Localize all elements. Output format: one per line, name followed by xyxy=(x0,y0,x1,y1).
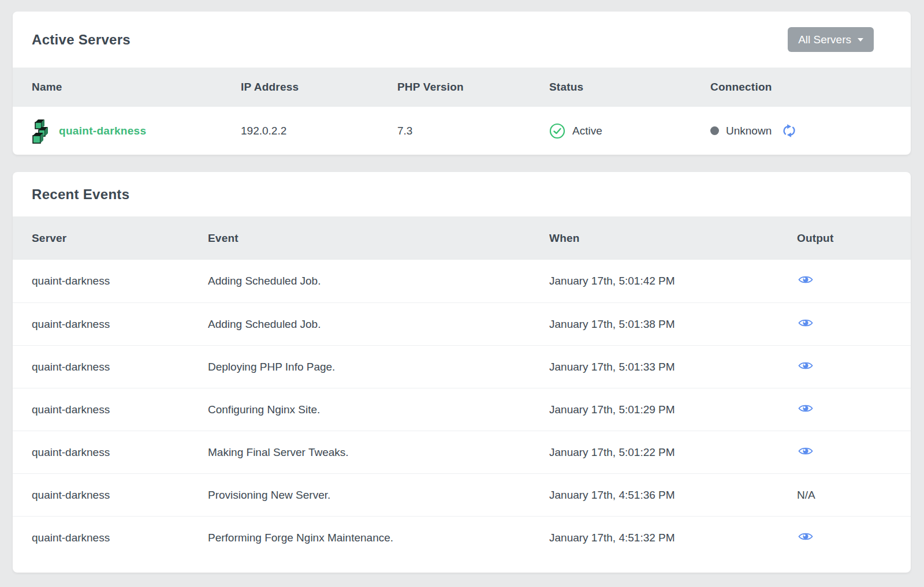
table-row: quaint-darkness Adding Scheduled Job. Ja… xyxy=(13,302,911,345)
table-row: quaint-darkness 192.0.2.2 7.3 Active Unk… xyxy=(13,107,911,155)
column-header-event: Event xyxy=(208,232,549,245)
section-title: Recent Events xyxy=(32,186,129,203)
table-row: quaint-darkness Performing Forge Nginx M… xyxy=(13,516,911,559)
event-server: quaint-darkness xyxy=(32,446,208,459)
event-description: Adding Scheduled Job. xyxy=(208,318,549,331)
event-when: January 17th, 4:51:36 PM xyxy=(549,489,797,502)
column-header-status: Status xyxy=(549,81,710,94)
event-description: Making Final Server Tweaks. xyxy=(208,446,549,459)
check-circle-icon xyxy=(549,123,565,139)
event-when: January 17th, 5:01:38 PM xyxy=(549,318,797,331)
event-when: January 17th, 5:01:22 PM xyxy=(549,446,797,459)
caret-down-icon xyxy=(858,38,863,42)
event-description: Provisioning New Server. xyxy=(208,489,549,502)
column-header-when: When xyxy=(549,232,797,245)
event-when: January 17th, 4:51:32 PM xyxy=(549,532,797,544)
table-row: quaint-darkness Deploying PHP Info Page.… xyxy=(13,345,911,388)
table-row: quaint-darkness Configuring Nginx Site. … xyxy=(13,388,911,431)
eye-icon[interactable] xyxy=(798,275,813,285)
server-php-version: 7.3 xyxy=(397,125,549,137)
status-badge: Active xyxy=(572,125,602,137)
column-header-name: Name xyxy=(32,81,241,94)
eye-icon[interactable] xyxy=(798,446,813,456)
recent-events-header: Recent Events xyxy=(13,172,911,216)
event-server: quaint-darkness xyxy=(32,275,208,287)
recent-events-table-header: Server Event When Output xyxy=(13,216,911,260)
page-title: Active Servers xyxy=(32,32,131,48)
event-when: January 17th, 5:01:33 PM xyxy=(549,361,797,373)
event-when: January 17th, 5:01:42 PM xyxy=(549,275,797,287)
event-when: January 17th, 5:01:29 PM xyxy=(549,403,797,416)
server-cubes-icon xyxy=(32,118,51,144)
active-servers-header: Active Servers All Servers xyxy=(13,12,911,68)
table-row: quaint-darkness Adding Scheduled Job. Ja… xyxy=(13,260,911,302)
event-server: quaint-darkness xyxy=(32,489,208,502)
table-row: quaint-darkness Making Final Server Twea… xyxy=(13,431,911,473)
event-server: quaint-darkness xyxy=(32,361,208,373)
event-output-na: N/A xyxy=(797,489,892,502)
event-server: quaint-darkness xyxy=(32,532,208,544)
recent-events-table-body: quaint-darkness Adding Scheduled Job. Ja… xyxy=(13,260,911,559)
column-header-connection: Connection xyxy=(710,81,892,94)
table-row: quaint-darkness Provisioning New Server.… xyxy=(13,473,911,516)
connection-status: Unknown xyxy=(726,125,772,137)
column-header-ip: IP Address xyxy=(241,81,397,94)
server-ip-address: 192.0.2.2 xyxy=(241,125,397,137)
recent-events-card: Recent Events Server Event When Output q… xyxy=(13,172,911,573)
event-description: Performing Forge Nginx Maintenance. xyxy=(208,532,549,544)
eye-icon[interactable] xyxy=(798,532,813,541)
eye-icon[interactable] xyxy=(798,318,813,328)
refresh-icon[interactable] xyxy=(782,124,796,138)
server-name-link[interactable]: quaint-darkness xyxy=(59,125,146,137)
column-header-output: Output xyxy=(797,232,892,245)
event-description: Configuring Nginx Site. xyxy=(208,403,549,416)
event-description: Adding Scheduled Job. xyxy=(208,275,549,287)
column-header-server: Server xyxy=(32,232,208,245)
eye-icon[interactable] xyxy=(798,403,813,413)
active-servers-card: Active Servers All Servers Name IP Addre… xyxy=(13,12,911,155)
all-servers-dropdown-label: All Servers xyxy=(798,33,851,46)
event-server: quaint-darkness xyxy=(32,403,208,416)
active-servers-table-header: Name IP Address PHP Version Status Conne… xyxy=(13,68,911,107)
eye-icon[interactable] xyxy=(798,361,813,371)
event-server: quaint-darkness xyxy=(32,318,208,331)
column-header-php: PHP Version xyxy=(397,81,549,94)
dot-icon xyxy=(710,126,719,135)
all-servers-dropdown-button[interactable]: All Servers xyxy=(788,27,874,52)
event-description: Deploying PHP Info Page. xyxy=(208,361,549,373)
